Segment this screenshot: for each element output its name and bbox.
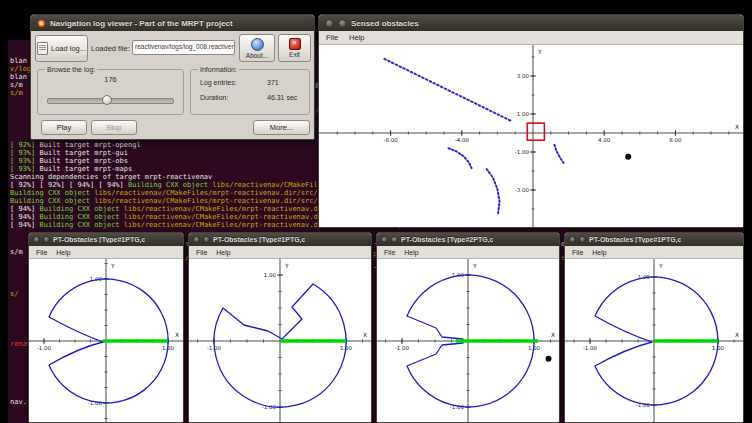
- window-title: PT-Obstacles [Type#1PTG,c: [53, 236, 145, 243]
- menu-item-file[interactable]: File: [196, 249, 207, 256]
- minimize-icon[interactable]: [338, 19, 347, 28]
- minimize-icon[interactable]: [43, 236, 50, 243]
- stop-button[interactable]: Stop: [91, 120, 137, 135]
- window-titlebar[interactable]: PT-Obstacles [Type#2PTG,c: [377, 233, 559, 246]
- y-axis-label: Y: [472, 262, 477, 269]
- window-title: Sensed obstacles: [351, 19, 419, 28]
- window-titlebar[interactable]: PT-Obstacles [Type#1PTG,c: [29, 233, 183, 246]
- information-legend: Information:: [198, 65, 239, 74]
- log-index-value: 176: [38, 75, 183, 84]
- minimize-icon[interactable]: [391, 236, 398, 243]
- window-titlebar[interactable]: Navigation log viewer - Part of the MRPT…: [31, 15, 314, 31]
- about-icon: [251, 38, 264, 51]
- loaded-file-field[interactable]: reactivenav/logs/log_008.reactivenav: [132, 40, 235, 55]
- exit-icon: [289, 38, 301, 50]
- y-tick-label: 1.00: [264, 272, 277, 278]
- terminal-text-line: Building CXX object libs/reactivenav/CMa…: [10, 189, 364, 197]
- laser-scan-wall: [384, 59, 512, 122]
- pt-obstacles-window-1: PT-Obstacles [Type#1PTG,c FileHelp -1.00…: [28, 232, 184, 423]
- obstacle-point: [625, 154, 631, 160]
- y-axis-label: Y: [110, 262, 115, 269]
- x-axis-label: X: [363, 331, 367, 338]
- menu-item-help[interactable]: Help: [404, 249, 418, 256]
- laser-scan-curve: [487, 169, 500, 215]
- terminal-text-line: v/log: [10, 65, 31, 73]
- x-tick-label: -1.00: [583, 345, 598, 351]
- minimize-icon[interactable]: [579, 236, 586, 243]
- browse-log-legend: Browse the log:: [45, 65, 97, 74]
- pt-obstacles-plot: -1.001.001.00-1.00XY: [29, 259, 183, 423]
- menu-bar: FileHelp: [189, 246, 371, 259]
- menu-item-help[interactable]: Help: [592, 249, 606, 256]
- y-tick-label: -3.00: [515, 187, 530, 193]
- minimize-icon[interactable]: [203, 236, 210, 243]
- terminal-text-line: blan: [10, 57, 27, 65]
- about-label: About...: [246, 52, 268, 59]
- window-titlebar[interactable]: PT-Obstacles [Type#1PTG,c: [189, 233, 371, 246]
- duration-label: Duration:: [200, 94, 228, 101]
- exit-label: Exit: [289, 51, 300, 58]
- desktop: blanv/logblans/ms/me.0s/m[ 92%] Built ta…: [0, 0, 752, 423]
- window-title: PT-Obstacles [Type#1PTG,c: [213, 236, 305, 243]
- x-tick-label: -1.00: [37, 345, 52, 351]
- window-titlebar[interactable]: PT-Obstacles [Type#1PTG,c: [565, 233, 743, 246]
- window-title: Navigation log viewer - Part of the MRPT…: [50, 19, 233, 28]
- log-entries-label: Log entries:: [200, 79, 237, 86]
- laser-scan-segment: [554, 145, 564, 164]
- y-axis-label: Y: [658, 262, 663, 269]
- x-axis-label: X: [175, 331, 179, 338]
- menu-item-help[interactable]: Help: [56, 249, 70, 256]
- x-axis-label: X: [735, 123, 739, 130]
- window-menu-icon[interactable]: [381, 236, 388, 243]
- pt-obstacles-window-4: PT-Obstacles [Type#1PTG,c FileHelp -1.00…: [564, 232, 744, 423]
- menu-item-file[interactable]: File: [326, 33, 338, 42]
- sensed-obstacles-plot: -8.00-4.004.008.003.001.00-1.00-3.00XY: [319, 45, 743, 228]
- open-file-icon: [37, 42, 48, 55]
- menu-item-file[interactable]: File: [36, 249, 47, 256]
- load-log-label: Load log...: [51, 44, 86, 53]
- load-log-button[interactable]: Load log...: [35, 35, 88, 62]
- menu-item-help[interactable]: Help: [216, 249, 230, 256]
- pt-obstacles-plot: -1.001.001.00-1.00XY: [565, 259, 743, 423]
- sensed-obstacles-window: Sensed obstacles File Help -8.00-4.004.0…: [318, 14, 744, 228]
- terminal-text-line: [ 93%] Built target mrpt-maps: [10, 165, 132, 173]
- y-axis-label: Y: [537, 48, 542, 55]
- menu-item-file[interactable]: File: [572, 249, 583, 256]
- y-tick-label: -1.00: [515, 149, 530, 155]
- pt-obstacles-plot: -1.001.001.00-1.00XY: [189, 259, 371, 423]
- x-tick-label: -8.00: [383, 137, 398, 143]
- y-tick-label: 1.00: [517, 111, 530, 117]
- window-menu-icon[interactable]: [193, 236, 200, 243]
- close-icon[interactable]: [37, 19, 46, 28]
- terminal-text-line: s/m: [10, 248, 23, 256]
- browse-log-group: Browse the log: 176: [37, 69, 184, 115]
- window-titlebar[interactable]: Sensed obstacles: [319, 15, 743, 31]
- menu-bar: FileHelp: [29, 246, 183, 259]
- log-slider-thumb[interactable]: [102, 95, 112, 105]
- window-title: PT-Obstacles [Type#2PTG,c: [401, 236, 493, 243]
- x-tick-label: -1.00: [395, 345, 410, 351]
- exit-button[interactable]: Exit: [278, 34, 311, 62]
- menu-item-help[interactable]: Help: [349, 33, 364, 42]
- pt-obstacles-plot: -1.001.001.00-1.00XY: [377, 259, 559, 423]
- window-menu-icon[interactable]: [569, 236, 576, 243]
- y-axis-label: Y: [284, 262, 289, 269]
- log-slider[interactable]: [47, 98, 174, 104]
- terminal-text-line: Scanning dependencies of target mrpt-rea…: [10, 173, 212, 181]
- menu-item-file[interactable]: File: [384, 249, 395, 256]
- robot-footprint: [527, 123, 544, 140]
- more-button[interactable]: More...: [253, 120, 310, 135]
- terminal-text-line: s/m: [10, 81, 23, 89]
- terminal-text-line: [ 93%] Built target mrpt-obs: [10, 157, 128, 165]
- window-menu-icon[interactable]: [325, 19, 334, 28]
- y-tick-label: 3.00: [517, 73, 530, 79]
- about-button[interactable]: About...: [239, 34, 275, 62]
- play-button[interactable]: Play: [41, 120, 87, 135]
- navlog-viewer-body: Load log... Loaded file: reactivenav/log…: [31, 31, 314, 139]
- x-tick-label: 4.00: [598, 137, 611, 143]
- pt-obstacles-window-2: PT-Obstacles [Type#1PTG,c FileHelp -1.00…: [188, 232, 372, 423]
- terminal-text-line: s/m: [10, 89, 23, 97]
- window-menu-icon[interactable]: [33, 236, 40, 243]
- loaded-file-label: Loaded file:: [91, 44, 130, 53]
- pt-obstacles-window-3: PT-Obstacles [Type#2PTG,c FileHelp -1.00…: [376, 232, 560, 423]
